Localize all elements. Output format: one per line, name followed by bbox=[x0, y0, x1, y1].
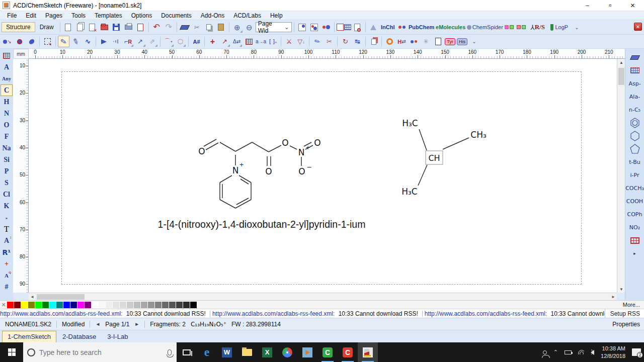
color-swatch[interactable] bbox=[56, 302, 63, 308]
color-swatch[interactable] bbox=[63, 302, 70, 308]
query-bond-tool[interactable]: ⌐R bbox=[122, 36, 134, 47]
color-swatch[interactable] bbox=[106, 302, 113, 308]
color-swatch[interactable] bbox=[42, 302, 49, 308]
taskbar-media-button[interactable] bbox=[297, 342, 317, 362]
color-swatch[interactable] bbox=[113, 302, 120, 308]
search-by-fragment-button[interactable] bbox=[516, 22, 527, 33]
volume-icon[interactable] bbox=[591, 350, 594, 355]
radical-tbu[interactable]: t-Bu bbox=[625, 155, 644, 168]
isobutane-fragment[interactable]: H₃C CH₃ CH H₃C bbox=[401, 118, 486, 197]
erase-button[interactable] bbox=[179, 22, 191, 33]
chemspider-search-button[interactable]: ChemSpider bbox=[467, 22, 503, 33]
rss-feed-url[interactable]: http://www.acdlabs.com/acdlabs-rss-feed.… bbox=[0, 310, 122, 317]
logp-button[interactable]: LogP bbox=[548, 22, 571, 33]
reaction-arrow-tool[interactable]: ↗ bbox=[219, 36, 230, 47]
taskbar-search[interactable] bbox=[23, 342, 177, 362]
generate-inchi-button[interactable]: InChI bbox=[380, 22, 396, 33]
search-by-structure-button[interactable] bbox=[504, 22, 515, 33]
hidden-icons-button[interactable]: ⌃ bbox=[553, 349, 558, 355]
benzene-button[interactable] bbox=[625, 116, 644, 129]
draw-mode-button[interactable]: Draw bbox=[36, 23, 58, 32]
radical-asp[interactable]: Asp- bbox=[625, 77, 644, 90]
flip-structure-tool[interactable]: ↹ bbox=[352, 36, 363, 47]
menu-tools[interactable]: Tools bbox=[67, 12, 90, 20]
color-swatch[interactable] bbox=[155, 302, 162, 308]
element-cl[interactable]: Cl bbox=[1, 189, 13, 200]
color-swatch[interactable] bbox=[14, 302, 21, 308]
rss-feed-url[interactable]: http://www.acdlabs.com/acdlabs-rss-feed.… bbox=[425, 310, 547, 317]
page-zoom-select[interactable]: Page Wid ⌄ bbox=[256, 22, 292, 32]
horizontal-scrollbar[interactable]: ◄ ► bbox=[29, 293, 617, 300]
text-tool[interactable]: T bbox=[1, 223, 13, 235]
rss-feed-url[interactable]: http://www.acdlabs.com/acdlabs-rss-feed.… bbox=[212, 310, 335, 317]
element-na[interactable]: Na bbox=[1, 142, 13, 154]
select-rectangle-tool[interactable]: ↘ bbox=[42, 36, 53, 47]
color-swatch[interactable] bbox=[183, 302, 190, 308]
properties-link[interactable]: Properties bbox=[612, 321, 644, 328]
scroll-right-button[interactable]: ► bbox=[610, 293, 617, 301]
color-swatch[interactable] bbox=[162, 302, 169, 308]
close-document-button[interactable] bbox=[87, 22, 98, 33]
rotate-structure-tool[interactable]: ↻ bbox=[340, 36, 351, 47]
insert-table-button[interactable] bbox=[243, 36, 255, 47]
element-h[interactable]: H bbox=[1, 96, 13, 108]
element-s[interactable]: S bbox=[1, 177, 13, 189]
radical-no[interactable]: NO₂ bbox=[625, 221, 644, 234]
expand-button[interactable]: ▸ bbox=[625, 247, 644, 260]
color-swatch[interactable] bbox=[49, 302, 56, 308]
scroll-down-button[interactable]: ▼ bbox=[617, 286, 625, 293]
edit-fragment-tool[interactable]: ✎ bbox=[311, 36, 323, 47]
color-swatch[interactable] bbox=[176, 302, 183, 308]
more-elements-button[interactable]: » bbox=[1, 212, 13, 223]
radical-ala[interactable]: Ala- bbox=[625, 90, 644, 103]
tautomerize-button[interactable]: H⇄ bbox=[396, 36, 408, 47]
3d-optimize-button[interactable] bbox=[408, 36, 420, 47]
cut-button[interactable]: ✂ bbox=[191, 22, 203, 33]
copy-button[interactable] bbox=[203, 22, 215, 33]
peptide-tyr-button[interactable]: Tyr bbox=[444, 36, 456, 47]
menu-options[interactable]: Options bbox=[127, 12, 156, 20]
menu-pages[interactable]: Pages bbox=[41, 12, 66, 20]
menu-file[interactable]: File bbox=[3, 12, 21, 20]
radical-coph[interactable]: COPh bbox=[625, 208, 644, 221]
open-button[interactable] bbox=[99, 22, 110, 33]
structure-properties-button[interactable] bbox=[432, 36, 444, 47]
paste-button[interactable] bbox=[215, 22, 227, 33]
clean-structure-button[interactable]: ✳ bbox=[420, 36, 432, 47]
element-n[interactable]: N bbox=[1, 108, 13, 119]
element-si[interactable]: Si bbox=[1, 154, 13, 165]
radical-coch[interactable]: COCH₃ bbox=[625, 182, 644, 195]
radical-cooh[interactable]: COOH bbox=[625, 195, 644, 208]
color-swatch[interactable] bbox=[99, 302, 106, 308]
3d-viewer-button[interactable] bbox=[320, 22, 332, 33]
radical-nc[interactable]: n-C₅ bbox=[625, 103, 644, 116]
elemental-analysis-button[interactable] bbox=[368, 22, 379, 33]
taskbar-chrome-button[interactable] bbox=[277, 342, 297, 362]
color-swatch[interactable] bbox=[92, 302, 99, 308]
charge-tool[interactable]: + bbox=[1, 258, 13, 269]
element-a[interactable]: A bbox=[1, 61, 13, 73]
wifi-icon[interactable] bbox=[578, 350, 584, 354]
menu-help[interactable]: Help bbox=[266, 12, 287, 20]
artistic-text-tool[interactable]: A↕ bbox=[1, 235, 13, 246]
copy-pages-button[interactable] bbox=[368, 36, 379, 47]
toolbar-more-button[interactable]: ⌄ bbox=[571, 22, 583, 33]
new-document-button[interactable] bbox=[62, 22, 74, 33]
rgroup-tool[interactable]: R¹ bbox=[1, 246, 13, 258]
aromatize-button[interactable] bbox=[384, 36, 395, 47]
menu-addons[interactable]: Add-Ons bbox=[197, 12, 228, 20]
draw-normal-tool[interactable]: ✎ bbox=[58, 36, 69, 47]
move-3d-tool[interactable] bbox=[26, 36, 37, 47]
insert-polygon-tool[interactable]: ⬡ bbox=[175, 36, 186, 47]
charge-plus-tool[interactable]: + bbox=[207, 36, 218, 47]
color-swatch[interactable] bbox=[7, 302, 14, 308]
menu-edit[interactable]: Edit bbox=[22, 12, 40, 20]
element-o[interactable]: O bbox=[1, 119, 13, 131]
tab-3ilab[interactable]: 3-I-Lab bbox=[102, 331, 133, 342]
cyclohexane-button[interactable] bbox=[625, 129, 644, 142]
periodic-table-viewer-button[interactable] bbox=[296, 22, 308, 33]
search-databases-button[interactable] bbox=[352, 22, 363, 33]
taskbar-clock[interactable]: 10:38 AM 12/8/2018 bbox=[601, 345, 625, 359]
check-structure-tool[interactable]: ▽↓ bbox=[295, 36, 307, 47]
search-input[interactable] bbox=[39, 348, 164, 356]
